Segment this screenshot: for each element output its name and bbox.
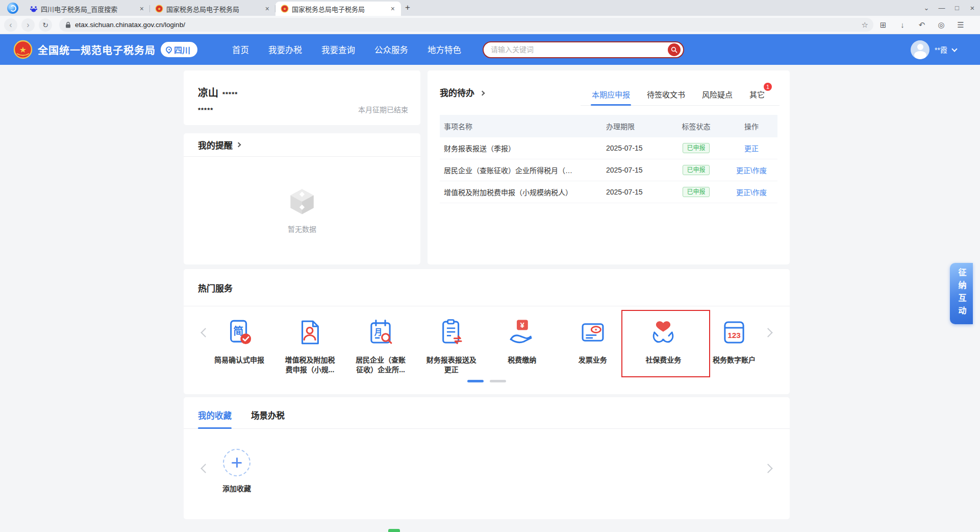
service-tax-payment[interactable]: ¥ 税费缴纳 [489,318,555,375]
svg-text:★: ★ [157,7,161,11]
add-favorite-button[interactable] [223,449,250,476]
service-vat-declare[interactable]: 增值税及附加税费申报（小规... [277,318,343,375]
browser-tab-1[interactable]: 四川电子税务局_百度搜索 × [24,2,150,16]
search-box [483,41,684,58]
collections-icon[interactable]: ⊞ [873,20,893,30]
reload-icon[interactable]: ↻ [39,18,52,32]
window-controls: ⌄ — □ × [919,0,980,16]
todo-tabs: 本期应申报 待签收文书 风险疑点 其它 1 [581,86,780,106]
pagination-dot-active[interactable] [467,380,484,382]
menu-icon[interactable]: ☰ [951,20,970,30]
service-invoice[interactable]: ★ 发票业务 [560,318,626,375]
service-financial-report[interactable]: 财务报表报送及更正 [418,318,485,375]
browser-logo-icon[interactable] [7,3,18,14]
notification-badge: 1 [764,83,772,91]
action-link[interactable]: 更正\作废 [725,165,777,175]
bookmark-star-icon[interactable]: ☆ [862,20,868,30]
interaction-side-tab[interactable]: 征纳互动 [950,263,973,324]
maximize-icon[interactable]: □ [949,0,965,16]
region-selector[interactable]: 四川 [161,42,197,57]
simple-declare-icon: 简 [224,318,254,347]
nav-item-query[interactable]: 我要查询 [321,43,355,56]
item-deadline: 2025-07-15 [603,166,667,174]
search-button[interactable] [668,43,681,56]
nav-item-home[interactable]: 首页 [232,43,249,56]
svg-text:¥: ¥ [520,321,524,329]
close-icon[interactable]: × [965,0,980,16]
table-header-row: 事项名称 办理期限 标签状态 操作 [440,115,777,137]
chevron-down-icon[interactable] [951,46,957,52]
browser-tab-2[interactable]: ★ 国家税务总局电子税务局 × [150,2,275,16]
tab-close-icon[interactable]: × [138,5,146,13]
tab-title: 国家税务总局电子税务局 [166,4,260,14]
profile-card: 凉山 ***** ***** 本月征期已结束 [184,70,420,125]
status-badge: 已申报 [683,187,709,197]
service-digital-account[interactable]: 123 税务数字账户 [701,318,767,375]
service-label: 社保费业务 [636,355,690,365]
download-icon[interactable]: ↓ [893,20,912,29]
tab-search-chevron-icon[interactable]: ⌄ [919,0,934,16]
svg-text:★: ★ [19,45,27,54]
url-field[interactable]: etax.sichuan.chinatax.gov.cn/loginb/ ☆ [59,18,873,32]
tab-title: 四川电子税务局_百度搜索 [41,4,135,14]
tab-my-favorites[interactable]: 我的收藏 [198,409,232,421]
carousel-next-icon[interactable] [763,464,772,473]
empty-box-icon [287,187,317,216]
tab-other[interactable]: 其它 1 [749,86,765,105]
nav-item-local-feature[interactable]: 地方特色 [428,43,461,56]
action-link[interactable]: 更正 [725,143,777,153]
todo-table: 事项名称 办理期限 标签状态 操作 财务报表报送（季报） 2025-07-15 … [440,115,777,203]
col-header-name: 事项名称 [440,121,603,131]
tab-scenario-tax[interactable]: 场景办税 [251,409,285,421]
profile-icon[interactable]: ◎ [932,20,951,30]
status-badge: 已申报 [683,143,709,153]
item-name: 财务报表报送（季报） [440,143,603,153]
favorites-tabs: 我的收藏 场景办税 [184,397,790,429]
history-icon[interactable]: ↶ [912,20,932,30]
browser-tab-3-active[interactable]: ★ 国家税务总局电子税务局 × [275,2,401,16]
social-security-icon [648,318,678,347]
carousel-pagination [184,380,790,382]
tab-risk-points[interactable]: 风险疑点 [702,86,733,105]
col-header-action: 操作 [725,121,777,131]
hot-services-title: 热门服务 [198,281,233,294]
todo-title: 我的待办 [440,88,474,98]
favorites-card: 我的收藏 场景办税 添加收藏 [184,397,790,519]
invoice-icon: ★ [578,318,608,347]
service-social-security[interactable]: 社保费业务 [630,318,696,375]
tab-close-icon[interactable]: × [389,5,397,13]
back-icon[interactable]: ‹ [4,18,17,32]
nav-item-do-tax[interactable]: 我要办税 [268,43,302,56]
action-link[interactable]: 更正\作废 [725,187,777,197]
user-area[interactable]: **霞 [911,40,957,59]
search-icon [671,46,677,53]
forward-icon[interactable]: › [21,18,35,32]
reminders-header[interactable]: 我的提醒 [184,133,420,157]
svg-text:123: 123 [727,331,741,340]
minimize-icon[interactable]: — [934,0,949,16]
url-text: etax.sichuan.chinatax.gov.cn/loginb/ [75,21,862,29]
item-name: 居民企业（查账征收）企业所得税月（… [440,165,603,175]
table-row: 增值税及附加税费申报（小规模纳税人） 2025-07-15 已申报 更正\作废 [440,181,777,203]
side-tab-label: 征纳互动 [956,268,968,319]
baidu-favicon [30,5,38,13]
col-header-deadline: 办理期限 [603,121,667,131]
avatar[interactable] [911,40,929,59]
pagination-dot[interactable] [490,380,506,382]
service-label: 居民企业（查账征收）企业所... [354,355,408,375]
taskbar-peek [388,529,400,532]
carousel-prev-icon[interactable] [200,464,210,473]
tab-current-declarations[interactable]: 本期应申报 [592,86,630,105]
todo-header[interactable]: 我的待办 [440,86,484,99]
search-input[interactable] [491,45,668,54]
table-row: 居民企业（查账征收）企业所得税月（… 2025-07-15 已申报 更正\作废 [440,159,777,181]
add-favorite-label: 添加收藏 [206,483,267,493]
item-deadline: 2025-07-15 [603,144,667,152]
reminders-card: 我的提醒 暂无数据 [184,133,420,264]
service-simple-declare[interactable]: 简 简易确认式申报 [206,318,272,375]
tab-documents-to-sign[interactable]: 待签收文书 [647,86,685,105]
tab-close-icon[interactable]: × [263,5,271,13]
service-resident-enterprise[interactable]: 月 居民企业（查账征收）企业所... [347,318,414,375]
nav-item-public-service[interactable]: 公众服务 [374,43,408,56]
new-tab-button[interactable]: + [405,3,410,13]
